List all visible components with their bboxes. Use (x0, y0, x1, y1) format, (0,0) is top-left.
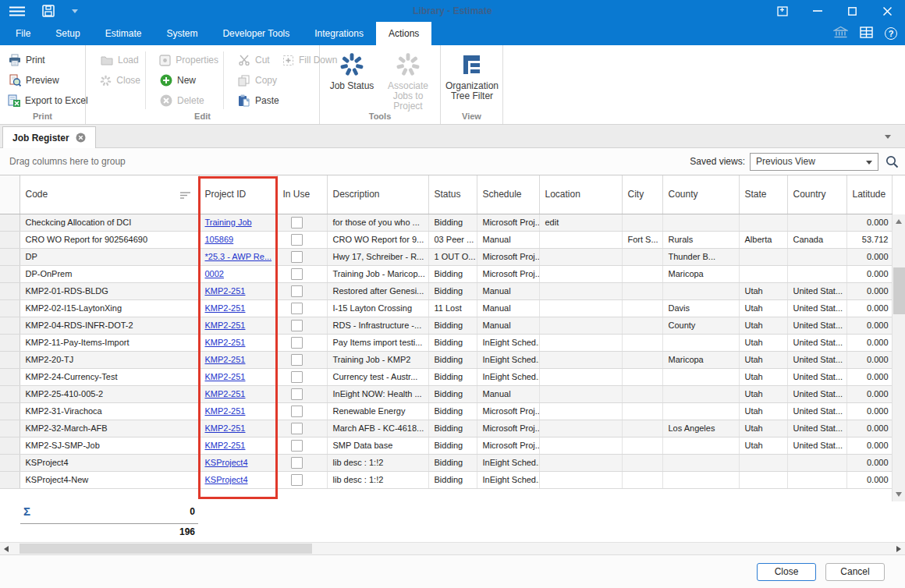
organization-tree-filter-button[interactable]: Organization Tree Filter (442, 50, 502, 101)
close-tab-button[interactable]: Close (92, 70, 140, 90)
in-use-checkbox[interactable] (291, 217, 303, 228)
table-row[interactable]: Checkcing Allocation of DCITraining Jobf… (0, 214, 892, 231)
search-views-button[interactable] (883, 153, 900, 171)
table-row[interactable]: KMP2-24-Currency-TestKMP2-251Currency te… (0, 368, 892, 385)
menu-file[interactable]: File (3, 22, 43, 45)
menu-estimate[interactable]: Estimate (93, 22, 154, 45)
table-row[interactable]: KMP2-SJ-SMP-JobKMP2-251SMP Data baseBidd… (0, 437, 892, 454)
project-id-link[interactable]: KMP2-251 (205, 338, 246, 347)
in-use-checkbox[interactable] (291, 251, 303, 263)
in-use-checkbox[interactable] (291, 268, 303, 280)
scroll-up-icon[interactable] (896, 219, 902, 224)
project-id-link[interactable]: KSProject4 (205, 475, 248, 484)
in-use-checkbox[interactable] (291, 423, 303, 434)
tab-close-icon[interactable] (76, 133, 86, 143)
sort-icon[interactable] (180, 191, 191, 202)
in-use-checkbox[interactable] (291, 388, 303, 400)
column-header-country[interactable]: Country (787, 175, 846, 214)
column-header-county[interactable]: County (662, 175, 739, 214)
menu-setup[interactable]: Setup (43, 22, 92, 45)
column-header-code[interactable]: Code (20, 175, 199, 214)
scroll-down-icon[interactable] (896, 492, 902, 497)
in-use-checkbox[interactable] (291, 337, 303, 349)
in-use-checkbox[interactable] (291, 474, 303, 486)
project-id-link[interactable]: KMP2-251 (205, 406, 246, 416)
project-id-link[interactable]: KMP2-251 (205, 389, 246, 398)
menu-system[interactable]: System (154, 22, 210, 45)
in-use-checkbox[interactable] (291, 320, 303, 331)
tab-job-register[interactable]: Job Register (2, 126, 96, 148)
in-use-checkbox[interactable] (291, 371, 303, 383)
column-header-location[interactable]: Location (539, 175, 622, 214)
table-row[interactable]: KMP2-01-RDS-BLDGKMP2-251Restored after G… (0, 282, 892, 299)
in-use-checkbox[interactable] (291, 303, 303, 314)
new-button[interactable]: New (151, 70, 218, 90)
table-row[interactable]: KMP2-02-I15-LaytonXingKMP2-251I-15 Layto… (0, 299, 892, 317)
table-row[interactable]: KMP2-04-RDS-INFR-DOT-2KMP2-251RDS - Infr… (0, 317, 892, 334)
cancel-button[interactable]: Cancel (825, 563, 885, 581)
in-use-checkbox[interactable] (291, 440, 303, 452)
menu-developer-tools[interactable]: Developer Tools (210, 22, 302, 45)
delete-button[interactable]: Delete (151, 90, 218, 111)
column-header-status[interactable]: Status (428, 175, 477, 214)
save-dropdown-caret-icon[interactable] (72, 9, 78, 13)
scroll-left-icon[interactable] (4, 546, 9, 552)
table-row[interactable]: KMP2-25-410-005-2KMP2-251InEight NOW: He… (0, 385, 892, 402)
project-id-link[interactable]: KMP2-251 (205, 321, 246, 330)
table-row[interactable]: KMP2-32-March-AFBKMP2-251March AFB - KC-… (0, 420, 892, 437)
table-row[interactable]: KSProject4-NewKSProject4lib desc : 1:!2B… (0, 471, 892, 488)
in-use-checkbox[interactable] (291, 457, 303, 469)
print-button[interactable]: Print (0, 50, 86, 70)
preview-button[interactable]: Preview (0, 70, 86, 90)
in-use-checkbox[interactable] (291, 406, 303, 417)
project-id-link[interactable]: 105869 (205, 235, 234, 244)
job-status-button[interactable]: Job Status (321, 50, 382, 91)
column-header-description[interactable]: Description (327, 175, 428, 214)
project-id-link[interactable]: Training Job (205, 218, 252, 227)
fill-down-button[interactable]: Fill Down (282, 50, 320, 70)
close-button[interactable]: Close (757, 563, 816, 581)
column-header-state[interactable]: State (739, 175, 787, 214)
table-row[interactable]: DP*25.3 - AWP Re...Hwy 17, Schreiber - R… (0, 248, 892, 265)
project-id-link[interactable]: 0002 (205, 269, 224, 278)
horizontal-scrollbar[interactable] (0, 542, 905, 554)
cut-button[interactable]: Cut (229, 50, 281, 70)
save-icon[interactable] (42, 5, 55, 17)
scroll-right-icon[interactable] (896, 546, 901, 552)
column-header-city[interactable]: City (622, 175, 662, 214)
table-row[interactable]: CRO WO Report for 902564690105869CRO WO … (0, 231, 892, 248)
horizontal-scrollbar-thumb[interactable] (20, 544, 312, 554)
new-window-icon[interactable] (765, 0, 800, 22)
maximize-button[interactable] (835, 0, 870, 22)
column-header-in-use[interactable]: In Use (277, 175, 327, 214)
menu-actions[interactable]: Actions (376, 22, 431, 45)
table-row[interactable]: KSProject4KSProject4lib desc : 1:!2Biddi… (0, 454, 892, 471)
table-row[interactable]: KMP2-20-TJKMP2-251Training Job - KMP2Bid… (0, 351, 892, 368)
column-header-project-id[interactable]: Project ID (199, 175, 277, 214)
copy-button[interactable]: Copy (229, 70, 281, 90)
column-header-schedule[interactable]: Schedule (477, 175, 539, 214)
menu-integrations[interactable]: Integrations (302, 22, 376, 45)
tab-list-caret-icon[interactable] (885, 135, 891, 139)
help-icon[interactable]: ? (885, 27, 897, 40)
load-button[interactable]: Load (92, 50, 140, 70)
export-to-excel-button[interactable]: Export to Excel (0, 90, 86, 111)
table-row[interactable]: DP-OnPrem0002Training Job - Maricop...Bi… (0, 265, 892, 282)
project-id-link[interactable]: KMP2-251 (205, 441, 246, 450)
in-use-checkbox[interactable] (291, 354, 303, 366)
project-id-link[interactable]: *25.3 - AWP Re... (205, 252, 272, 261)
project-id-link[interactable]: KMP2-251 (205, 355, 246, 364)
library-bank-icon[interactable] (833, 26, 848, 42)
close-window-button[interactable] (870, 0, 905, 22)
table-row[interactable]: KMP2-11-Pay-Items-ImportKMP2-251Pay Item… (0, 334, 892, 351)
project-id-link[interactable]: KMP2-251 (205, 372, 246, 381)
hamburger-menu-icon[interactable] (9, 6, 25, 16)
project-id-link[interactable]: KMP2-251 (205, 423, 246, 433)
in-use-checkbox[interactable] (291, 285, 303, 297)
paste-button[interactable]: Paste (229, 90, 281, 111)
project-id-link[interactable]: KMP2-251 (205, 303, 246, 313)
minimize-button[interactable] (800, 0, 835, 22)
project-id-link[interactable]: KMP2-251 (205, 286, 246, 296)
associate-jobs-button[interactable]: Associate Jobs to Project (378, 50, 438, 112)
project-id-link[interactable]: KSProject4 (205, 458, 248, 467)
